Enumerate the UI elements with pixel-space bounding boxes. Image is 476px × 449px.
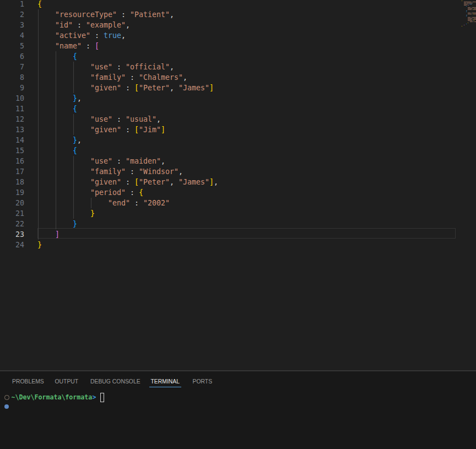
token-punc: ,: [77, 136, 82, 144]
minimap-line-5: [467, 5, 468, 6]
minimap-line-15: [466, 16, 467, 17]
code-line-23[interactable]: ]: [37, 229, 60, 240]
code-line-13[interactable]: "given" : ["Jim"]: [37, 125, 165, 135]
code-line-2[interactable]: "resourceType" : "Patient",: [37, 9, 174, 20]
token-punc: ,: [126, 21, 130, 29]
code-line-6[interactable]: {: [37, 51, 77, 62]
token-punc: :: [121, 84, 134, 92]
token-ws: [37, 105, 73, 113]
panel-tab-ports[interactable]: PORTS: [193, 377, 213, 387]
minimap-line-1: [462, 1, 462, 2]
token-b1: ]: [161, 126, 165, 134]
command-decoration-dot[interactable]: [4, 404, 9, 409]
code-line-15[interactable]: {: [37, 145, 77, 156]
token-punc: :: [126, 188, 139, 197]
panel-tab-terminal[interactable]: TERMINAL: [151, 377, 180, 387]
terminal[interactable]: ~\Dev\Formata\formata>: [0, 388, 476, 449]
line-number-7[interactable]: 7: [0, 62, 24, 72]
minimap-line-9: [474, 9, 476, 10]
line-number-22[interactable]: 22: [0, 219, 24, 229]
code-line-18[interactable]: "given" : ["Peter", "James"],: [37, 177, 218, 187]
code-line-22[interactable]: }: [37, 219, 77, 229]
code-line-19[interactable]: "period" : {: [37, 187, 143, 198]
command-decoration-ring[interactable]: [4, 395, 9, 400]
line-number-21[interactable]: 21: [0, 208, 24, 219]
panel-tab-debug-console[interactable]: DEBUG CONSOLE: [90, 377, 140, 387]
token-str: "family": [90, 167, 126, 176]
token-punc: :: [126, 73, 139, 82]
line-number-17[interactable]: 17: [0, 166, 24, 177]
line-number-12[interactable]: 12: [0, 114, 24, 125]
token-str: "use": [90, 157, 112, 165]
token-str: "given": [90, 126, 121, 134]
token-punc: ,: [77, 94, 82, 102]
token-punc: ,: [170, 10, 174, 19]
minimap-line-3: [472, 3, 473, 4]
token-ws: [37, 220, 73, 228]
token-ws: [37, 42, 55, 50]
line-number-16[interactable]: 16: [0, 156, 24, 166]
line-number-13[interactable]: 13: [0, 125, 24, 135]
line-number-4[interactable]: 4: [0, 30, 24, 41]
line-number-20[interactable]: 20: [0, 198, 24, 208]
code-line-17[interactable]: "family" : "Windsor",: [37, 166, 183, 177]
token-punc: ,: [161, 157, 165, 165]
minimap-line-20: [473, 21, 474, 23]
line-number-14[interactable]: 14: [0, 135, 24, 145]
line-number-1[interactable]: 1: [0, 0, 24, 9]
minimap-line-9: [468, 9, 472, 10]
token-punc: :: [112, 63, 126, 71]
line-number-15[interactable]: 15: [0, 145, 24, 156]
code-line-9[interactable]: "given" : ["Peter", "James"]: [37, 83, 214, 93]
code-line-5[interactable]: "name" : [: [37, 41, 99, 51]
token-punc: ,: [183, 73, 187, 82]
line-number-3[interactable]: 3: [0, 20, 24, 30]
terminal-prompt-path: ~\Dev\Formata\formata: [11, 393, 92, 401]
line-number-2[interactable]: 2: [0, 9, 24, 20]
line-number-8[interactable]: 8: [0, 72, 24, 83]
minimap-line-13: [474, 14, 476, 15]
code-line-3[interactable]: "id" : "example",: [37, 20, 130, 30]
token-ws: [37, 63, 90, 71]
token-b3: {: [73, 52, 77, 61]
token-b3: {: [73, 147, 77, 155]
code-line-4[interactable]: "active" : true,: [37, 30, 126, 41]
token-str: "James": [178, 84, 209, 92]
line-number-18[interactable]: 18: [0, 177, 24, 187]
line-number-6[interactable]: 6: [0, 51, 24, 62]
token-punc: ,: [178, 167, 183, 176]
token-punc: :: [82, 42, 95, 50]
code-line-1[interactable]: {: [37, 0, 42, 9]
line-number-23[interactable]: 23: [0, 229, 24, 240]
line-number-5[interactable]: 5: [0, 41, 24, 51]
code-line-20[interactable]: "end" : "2002": [37, 198, 170, 208]
code-line-21[interactable]: }: [37, 208, 95, 219]
token-punc: ,: [170, 84, 178, 92]
line-number-9[interactable]: 9: [0, 83, 24, 93]
token-punc: :: [121, 178, 134, 186]
code-line-10[interactable]: },: [37, 93, 82, 104]
code-line-12[interactable]: "use" : "usual",: [37, 114, 161, 125]
panel-tab-problems[interactable]: PROBLEMS: [12, 377, 44, 387]
code-line-24[interactable]: }: [37, 240, 42, 250]
token-punc: :: [121, 126, 134, 134]
code-editor[interactable]: 123456789101112131415161718192021222324 …: [0, 0, 476, 371]
minimap-line-2: [473, 2, 476, 3]
line-number-19[interactable]: 19: [0, 187, 24, 198]
code-line-14[interactable]: },: [37, 135, 82, 145]
minimap-line-13: [468, 14, 472, 15]
line-number-10[interactable]: 10: [0, 93, 24, 104]
terminal-cursor: [100, 393, 104, 403]
token-punc: ,: [170, 178, 178, 186]
code-line-7[interactable]: "use" : "official",: [37, 62, 174, 72]
line-number-11[interactable]: 11: [0, 104, 24, 114]
code-line-8[interactable]: "family" : "Chalmers",: [37, 72, 187, 83]
minimap[interactable]: [457, 0, 476, 31]
token-b1: }: [90, 209, 95, 218]
current-line-highlight: [37, 228, 456, 239]
code-line-16[interactable]: "use" : "maiden",: [37, 156, 165, 166]
line-number-24[interactable]: 24: [0, 240, 24, 250]
panel-tab-output[interactable]: OUTPUT: [55, 377, 79, 387]
code-line-11[interactable]: {: [37, 104, 77, 114]
token-punc: :: [130, 199, 143, 207]
